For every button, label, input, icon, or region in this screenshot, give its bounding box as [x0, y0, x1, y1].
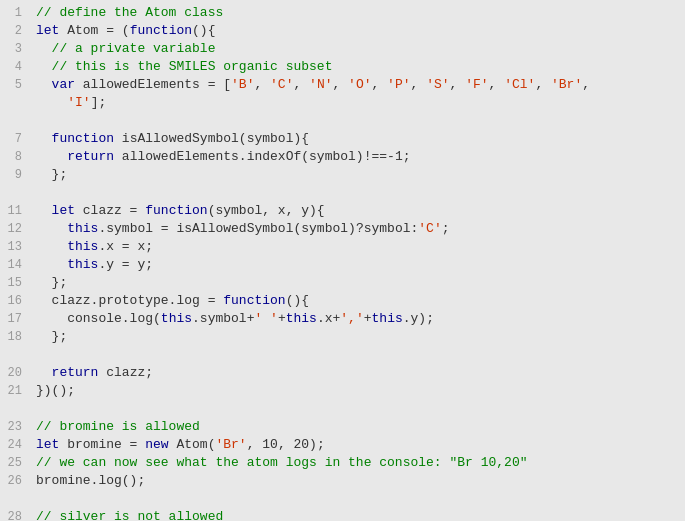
line-4: // this is the SMILES organic subset [36, 58, 677, 76]
line-17: console.log(this.symbol+' '+this.x+','+t… [36, 310, 677, 328]
line-numbers: 1 2 3 4 5 7 8 9 11 12 13 14 15 16 17 18 … [0, 4, 28, 521]
line-13: this.x = x; [36, 238, 677, 256]
line-11: let clazz = function(symbol, x, y){ [36, 202, 677, 220]
line-10 [36, 184, 677, 202]
line-2: let Atom = (function(){ [36, 22, 677, 40]
line-23: // bromine is allowed [36, 418, 677, 436]
line-8: return allowedElements.indexOf(symbol)!=… [36, 148, 677, 166]
line-7: function isAllowedSymbol(symbol){ [36, 130, 677, 148]
line-18: }; [36, 328, 677, 346]
line-25: // we can now see what the atom logs in … [36, 454, 677, 472]
line-19 [36, 346, 677, 364]
line-16: clazz.prototype.log = function(){ [36, 292, 677, 310]
line-22 [36, 400, 677, 418]
line-15: }; [36, 274, 677, 292]
line-1: // define the Atom class [36, 4, 677, 22]
line-24: let bromine = new Atom('Br', 10, 20); [36, 436, 677, 454]
line-9: }; [36, 166, 677, 184]
code-content[interactable]: // define the Atom class let Atom = (fun… [28, 4, 685, 521]
line-27 [36, 490, 677, 508]
line-12: this.symbol = isAllowedSymbol(symbol)?sy… [36, 220, 677, 238]
line-28: // silver is not allowed [36, 508, 677, 521]
line-26: bromine.log(); [36, 472, 677, 490]
line-20: return clazz; [36, 364, 677, 382]
line-5: var allowedElements = ['B', 'C', 'N', 'O… [36, 76, 677, 94]
line-14: this.y = y; [36, 256, 677, 274]
line-3: // a private variable [36, 40, 677, 58]
line-6 [36, 112, 677, 130]
code-editor: 1 2 3 4 5 7 8 9 11 12 13 14 15 16 17 18 … [0, 0, 685, 521]
line-5b: 'I']; [36, 94, 677, 112]
line-21: })(); [36, 382, 677, 400]
